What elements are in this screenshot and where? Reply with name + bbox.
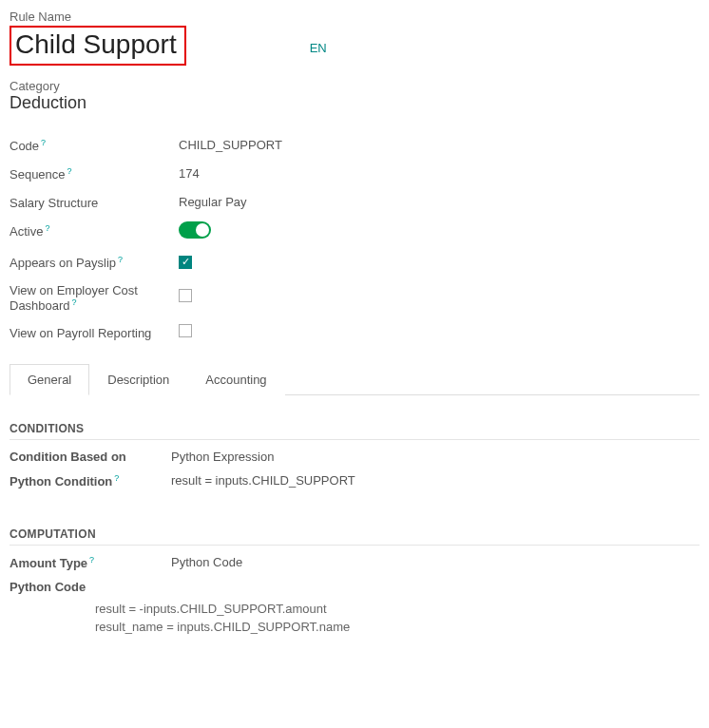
salary-structure-value[interactable]: Regular Pay <box>179 188 282 216</box>
help-icon[interactable]: ? <box>118 255 123 264</box>
help-icon[interactable]: ? <box>41 138 46 147</box>
active-label: Active <box>10 224 43 239</box>
tabs: General Description Accounting <box>10 363 699 395</box>
python-code-block[interactable]: result = -inputs.CHILD_SUPPORT.amount re… <box>95 600 699 637</box>
condition-based-on-value[interactable]: Python Expression <box>171 450 274 464</box>
amount-type-label: Amount Type <box>10 556 87 570</box>
amount-type-value[interactable]: Python Code <box>171 555 242 570</box>
tab-description[interactable]: Description <box>89 364 187 395</box>
rule-name-value[interactable]: Child Support <box>15 29 177 59</box>
code-value[interactable]: CHILD_SUPPORT <box>179 130 282 159</box>
help-icon[interactable]: ? <box>67 166 72 176</box>
rule-name-highlight: Child Support <box>10 26 186 66</box>
python-condition-label: Python Condition <box>10 475 112 489</box>
help-icon[interactable]: ? <box>45 223 49 233</box>
salary-structure-label: Salary Structure <box>10 188 179 216</box>
computation-title: COMPUTATION <box>10 527 699 546</box>
language-switch[interactable]: EN <box>310 41 327 55</box>
python-code-label: Python Code <box>10 580 171 594</box>
conditions-title: CONDITIONS <box>10 422 699 440</box>
help-icon[interactable]: ? <box>89 555 94 565</box>
category-value[interactable]: Deduction <box>10 93 699 113</box>
tab-general[interactable]: General <box>10 364 89 395</box>
python-code-line: result_name = inputs.CHILD_SUPPORT.name <box>95 618 699 637</box>
view-payroll-reporting-checkbox[interactable] <box>179 324 192 337</box>
help-icon[interactable]: ? <box>114 473 119 483</box>
sequence-label: Sequence <box>10 168 66 182</box>
code-label: Code <box>10 139 39 153</box>
python-condition-value[interactable]: result = inputs.CHILD_SUPPORT <box>171 473 355 489</box>
rule-fields: Code? CHILD_SUPPORT Sequence? 174 Salary… <box>10 130 282 346</box>
python-code-line: result = -inputs.CHILD_SUPPORT.amount <box>95 600 699 619</box>
category-label: Category <box>10 79 60 93</box>
sequence-value[interactable]: 174 <box>179 159 282 187</box>
view-payroll-reporting-label: View on Payroll Reporting <box>10 318 179 346</box>
active-toggle[interactable] <box>179 221 211 239</box>
help-icon[interactable]: ? <box>72 297 77 307</box>
view-employer-cost-checkbox[interactable] <box>179 289 192 302</box>
rule-name-label: Rule Name <box>10 10 71 24</box>
tab-accounting[interactable]: Accounting <box>187 364 284 395</box>
appears-on-payslip-label: Appears on Payslip <box>10 256 116 270</box>
appears-on-payslip-checkbox[interactable]: ✓ <box>179 256 192 269</box>
condition-based-on-label: Condition Based on <box>10 450 171 464</box>
